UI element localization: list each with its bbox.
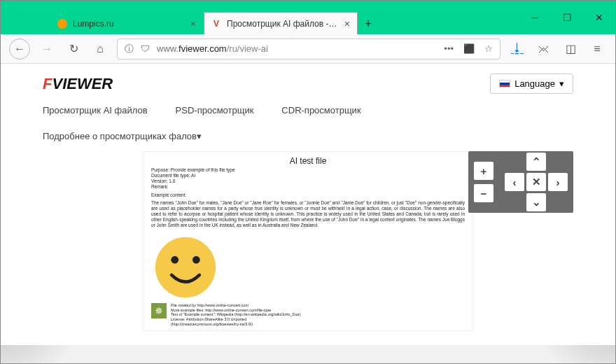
site-body: FVIEWER Language ▾ Просмотрщик AI файлов…: [1, 64, 615, 345]
zoom-in-button[interactable]: +: [474, 162, 493, 180]
more-icon[interactable]: •••: [444, 43, 454, 54]
close-icon[interactable]: ×: [344, 18, 350, 29]
url-prefix: www.: [157, 43, 178, 54]
pan-down-button[interactable]: ⌄: [526, 193, 546, 211]
home-button[interactable]: ⌂: [90, 39, 110, 59]
back-button[interactable]: ←: [9, 38, 30, 59]
forward-button[interactable]: →: [37, 39, 57, 59]
secondary-nav: Подробнее о просмотрщиках фалов▾: [1, 127, 615, 151]
shield-icon[interactable]: 🛡: [141, 43, 150, 54]
pocket-icon[interactable]: ⬛: [463, 43, 475, 54]
pan-right-button[interactable]: ›: [548, 173, 568, 191]
url-actions: ••• ⬛ ☆: [444, 43, 493, 54]
chevron-down-icon: ▾: [559, 78, 564, 89]
flag-ru-icon: [499, 80, 510, 88]
lumpics-favicon: [57, 19, 67, 29]
doc-paragraph: The names "John Doe" for males, "Jane Do…: [151, 200, 465, 227]
document-preview[interactable]: AI test file Purpose: Provide example of…: [144, 151, 472, 331]
site-header: FVIEWER Language ▾: [1, 64, 615, 99]
window-controls: ─ ☐ ✕: [519, 1, 615, 34]
maximize-button[interactable]: ☐: [551, 1, 583, 34]
fviewer-favicon: V: [211, 19, 221, 29]
info-icon[interactable]: ⓘ: [125, 43, 134, 55]
viewer-control-panel: + − ⌃ ‹ ✕ › ⌄: [468, 151, 573, 213]
tab-strip: Lumpics.ru × V Просмотрщик AI файлов -- …: [1, 12, 379, 34]
doc-footer-text: File created by http://www.online-conver…: [171, 303, 301, 326]
language-label: Language: [514, 78, 555, 89]
sidebar-icon[interactable]: ◫: [561, 39, 580, 59]
smiley-icon: [154, 236, 217, 299]
url-domain: fviewer.com: [178, 43, 227, 54]
reset-button[interactable]: ✕: [526, 173, 546, 191]
page-content: FVIEWER Language ▾ Просмотрщик AI файлов…: [1, 64, 615, 364]
pan-controls: ⌃ ‹ ✕ › ⌄: [505, 153, 568, 211]
zoom-controls: + −: [474, 162, 493, 202]
doc-example-label: Example content:: [151, 192, 465, 198]
viewer-area: AI test file Purpose: Provide example of…: [1, 151, 615, 345]
window-titlebar: Lumpics.ru × V Просмотрщик AI файлов -- …: [1, 1, 615, 34]
svg-point-0: [155, 237, 216, 298]
url-text: www.fviewer.com/ru/view-ai: [157, 43, 268, 54]
logo-f: F: [43, 75, 52, 92]
downloads-button[interactable]: ⭳: [507, 39, 527, 59]
nav-more-viewers[interactable]: Подробнее о просмотрщиках фалов▾: [43, 131, 202, 141]
close-button[interactable]: ✕: [583, 1, 615, 34]
doc-footer: ✵ File created by http://www.online-conv…: [151, 303, 465, 326]
site-logo[interactable]: FVIEWER: [43, 75, 113, 93]
url-bar[interactable]: ⓘ 🛡 www.fviewer.com/ru/view-ai ••• ⬛ ☆: [117, 38, 500, 59]
pan-left-button[interactable]: ‹: [505, 173, 524, 191]
doc-title: AI test file: [151, 156, 465, 166]
nav-ai-viewer[interactable]: Просмотрщик AI файлов: [43, 105, 148, 115]
url-path: /ru/view-ai: [227, 43, 268, 54]
minimize-button[interactable]: ─: [519, 1, 551, 34]
tab-fviewer[interactable]: V Просмотрщик AI файлов -- О... ×: [204, 12, 358, 34]
logo-rest: VIEWER: [52, 75, 113, 92]
nav-psd-viewer[interactable]: PSD-просмотрщик: [176, 105, 254, 115]
library-icon[interactable]: ⩙: [534, 39, 554, 59]
nav-cdr-viewer[interactable]: CDR-просмотрщик: [281, 105, 360, 115]
star-icon[interactable]: ☆: [484, 43, 493, 54]
svg-point-1: [171, 256, 178, 264]
cc-icon: ✵: [151, 303, 167, 318]
tab-lumpics[interactable]: Lumpics.ru ×: [50, 12, 204, 34]
doc-meta: Purpose: Provide example of this file ty…: [151, 167, 465, 189]
zoom-out-button[interactable]: −: [474, 184, 493, 202]
primary-nav: Просмотрщик AI файлов PSD-просмотрщик CD…: [1, 99, 615, 127]
reload-button[interactable]: ↻: [64, 39, 83, 59]
new-tab-button[interactable]: +: [358, 13, 379, 34]
browser-toolbar: ← → ↻ ⌂ ⓘ 🛡 www.fviewer.com/ru/view-ai •…: [1, 34, 615, 64]
svg-point-2: [192, 256, 200, 264]
tab-title: Lumpics.ru: [73, 19, 185, 29]
menu-button[interactable]: ≡: [587, 39, 607, 59]
tab-title: Просмотрщик AI файлов -- О...: [227, 19, 339, 29]
pan-up-button[interactable]: ⌃: [526, 153, 546, 171]
close-icon[interactable]: ×: [190, 18, 196, 29]
language-button[interactable]: Language ▾: [490, 74, 573, 94]
